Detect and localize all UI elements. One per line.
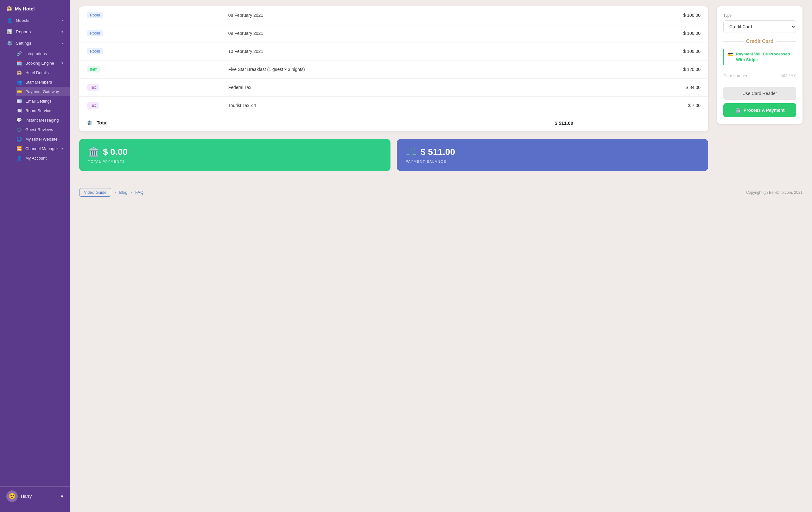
- sidebar-label-booking-engine: Booking Engine: [25, 61, 54, 65]
- payment-balance-card: ⚖️ $ 511.00 PAYMENT BALANCE: [397, 139, 708, 171]
- row-description: Tourist Tax x 1: [221, 97, 581, 115]
- user-name: Harry: [21, 494, 58, 499]
- type-select[interactable]: Credit Card Cash Bank Transfer Other: [723, 20, 796, 33]
- sidebar-item-staff-members[interactable]: 👥 Staff Members: [16, 77, 70, 87]
- process-payment-button[interactable]: 🏛️ Process A Payment: [723, 103, 796, 117]
- sidebar-label-settings: Settings: [16, 41, 31, 46]
- table-row: Room 10 February 2021 $ 100.00: [79, 42, 708, 60]
- scale-icon: ⚖️: [406, 147, 417, 157]
- footer-dot-1: ●: [114, 191, 116, 194]
- row-description: Five Star Breakfast (1 guest x 3 nights): [221, 60, 581, 79]
- sidebar-item-settings[interactable]: ⚙️ Settings ▴: [0, 37, 70, 49]
- sidebar-label-email-settings: Email Settings: [25, 99, 52, 103]
- sidebar-item-room-service[interactable]: 🍽️ Room Service: [16, 106, 70, 115]
- row-badge: Room: [87, 48, 103, 55]
- booking-engine-icon: 🗓️: [16, 60, 22, 65]
- stripe-icon: 💳: [728, 52, 733, 57]
- sidebar-item-booking-engine[interactable]: 🗓️ Booking Engine ▾: [16, 58, 70, 68]
- sidebar-label-guest-reviews: Guest Reviews: [25, 127, 53, 132]
- table-row: Room 09 February 2021 $ 100.00: [79, 24, 708, 42]
- sidebar-label-my-hotel-website: My Hotel Website: [25, 137, 58, 142]
- row-description: 09 February 2021: [221, 24, 581, 42]
- blog-link[interactable]: Blog: [119, 190, 127, 195]
- faq-label: FAQ: [135, 190, 143, 195]
- channel-icon: 🔀: [16, 146, 22, 151]
- row-description: 08 February 2021: [221, 6, 581, 24]
- total-payments-label: TOTAL PAYMENTS: [88, 159, 382, 163]
- footer-links: Video Guide ● Blog ● FAQ: [79, 188, 143, 197]
- row-description: Federal Tax: [221, 79, 581, 97]
- user-menu[interactable]: 😊 Harry ▾: [0, 486, 70, 506]
- process-icon: 🏛️: [735, 108, 741, 113]
- chevron-down-icon: ▾: [61, 493, 63, 499]
- main-content: Room 08 February 2021 $ 100.00 Room 09 F…: [70, 0, 812, 512]
- sidebar-item-instant-messaging[interactable]: 💬 Instant Messaging: [16, 115, 70, 125]
- copyright-text: Copyright (c) Bellebnb.com, 2021: [746, 190, 803, 195]
- sidebar-label-channel-manager: Channel Manager: [25, 146, 58, 151]
- divider-line-right: [777, 41, 796, 42]
- row-badge: Room: [87, 12, 103, 18]
- reviews-icon: ⚖️: [16, 127, 22, 132]
- sidebar-label-hotel-details: Hotel Details: [25, 70, 49, 75]
- sidebar-item-guest-reviews[interactable]: ⚖️ Guest Reviews: [16, 125, 70, 134]
- sidebar-label-integrations: Integrations: [25, 51, 47, 56]
- sidebar-item-hotel-details[interactable]: 🏨 Hotel Details: [16, 68, 70, 77]
- row-badge: Tax: [87, 84, 99, 91]
- charges-table-card: Room 08 February 2021 $ 100.00 Room 09 F…: [79, 6, 708, 131]
- email-icon: ✉️: [16, 98, 22, 103]
- payment-cards-row: 🏛️ $ 0.00 TOTAL PAYMENTS ⚖️ $ 511.00 PAY…: [79, 139, 708, 171]
- settings-icon: ⚙️: [6, 40, 13, 46]
- use-card-reader-label: Use Card Reader: [743, 91, 777, 96]
- row-amount: $ 100.00: [581, 6, 708, 24]
- sidebar-item-channel-manager[interactable]: 🔀 Channel Manager ▾: [16, 144, 70, 153]
- payment-balance-amount: $ 511.00: [420, 147, 455, 157]
- settings-submenu: 🔗 Integrations 🗓️ Booking Engine ▾ 🏨 Hot…: [0, 49, 70, 163]
- table-total-row: 🏦 Total $ 511.00: [79, 114, 708, 131]
- website-icon: 🌐: [16, 137, 22, 142]
- table-row: Tax Tourist Tax x 1 $ 7.00: [79, 97, 708, 115]
- video-guide-button[interactable]: Video Guide: [79, 188, 111, 197]
- row-amount: $ 120.00: [581, 60, 708, 79]
- sidebar-label-staff: Staff Members: [25, 80, 52, 85]
- left-section: Room 08 February 2021 $ 100.00 Room 09 F…: [79, 0, 708, 171]
- use-card-reader-button[interactable]: Use Card Reader: [723, 87, 796, 100]
- sidebar-label-room-service: Room Service: [25, 108, 51, 113]
- payment-balance-label: PAYMENT BALANCE: [406, 159, 699, 163]
- chevron-down-icon: ▾: [61, 61, 63, 65]
- charges-table: Room 08 February 2021 $ 100.00 Room 09 F…: [79, 6, 708, 131]
- table-row: Item Five Star Breakfast (1 guest x 3 ni…: [79, 60, 708, 79]
- sidebar-item-my-hotel-website[interactable]: 🌐 My Hotel Website: [16, 134, 70, 144]
- sidebar-item-integrations[interactable]: 🔗 Integrations: [16, 49, 70, 58]
- sidebar-header: 🏨 My Hotel: [0, 0, 70, 14]
- divider-line-left: [723, 41, 743, 42]
- process-payment-label: Process A Payment: [744, 108, 785, 113]
- right-panel: Type Credit Card Cash Bank Transfer Othe…: [717, 6, 803, 124]
- sidebar-item-my-account[interactable]: 👤 My Account: [16, 153, 70, 163]
- sidebar-title: My Hotel: [15, 6, 35, 11]
- sidebar-item-reports[interactable]: 📊 Reports ▾: [0, 26, 70, 37]
- sidebar-item-email-settings[interactable]: ✉️ Email Settings: [16, 96, 70, 106]
- total-payments-card: 🏛️ $ 0.00 TOTAL PAYMENTS: [79, 139, 390, 171]
- row-amount: $ 84.00: [581, 79, 708, 97]
- sidebar-label-reports: Reports: [16, 29, 31, 34]
- account-icon: 👤: [16, 155, 22, 160]
- card-fields-row: Card number MM / YY: [723, 71, 796, 81]
- faq-link[interactable]: FAQ: [135, 190, 143, 195]
- sidebar-item-payment-gateway[interactable]: 💳 Payment Gateway: [16, 87, 70, 96]
- bank-icon: 🏛️: [88, 147, 99, 157]
- sidebar-label-guests: Guests: [16, 18, 29, 23]
- expiry-label: MM / YY: [780, 73, 796, 78]
- panel-title: Credit Card: [746, 39, 773, 44]
- row-badge: Item: [87, 66, 100, 72]
- stripe-notice: 💳 Payment Will Be Processed With Stripe: [723, 49, 796, 65]
- payment-icon: 💳: [16, 89, 22, 94]
- integrations-icon: 🔗: [16, 51, 22, 56]
- row-badge: Tax: [87, 102, 99, 109]
- stripe-notice-text: Payment Will Be Processed With Stripe: [736, 51, 792, 63]
- blog-label: Blog: [119, 190, 127, 195]
- type-label: Type: [723, 13, 796, 18]
- table-row: Tax Federal Tax $ 84.00: [79, 79, 708, 97]
- sidebar-item-guests[interactable]: 👤 Guests ▾: [0, 14, 70, 26]
- sidebar: 🏨 My Hotel 👤 Guests ▾ 📊 Reports ▾ ⚙️ Set…: [0, 0, 70, 512]
- chevron-down-icon: ▾: [61, 147, 63, 151]
